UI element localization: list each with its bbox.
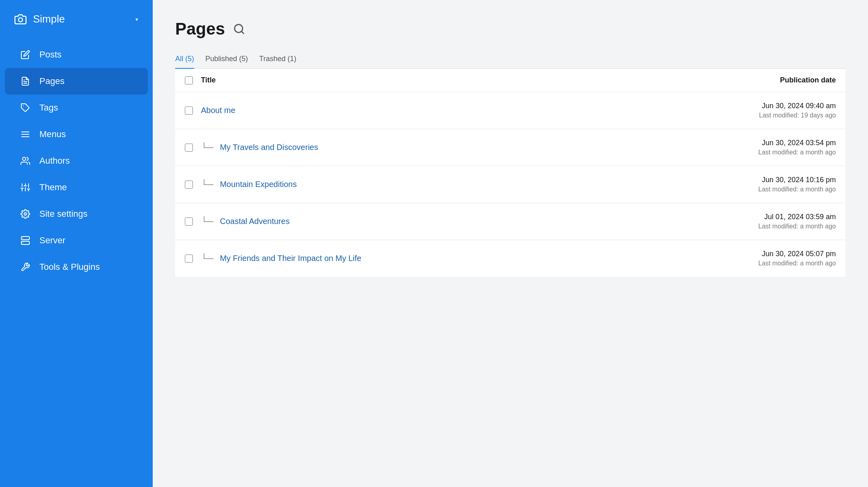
page-link-mountain[interactable]: Mountain Expeditions xyxy=(220,180,297,189)
sidebar-item-authors[interactable]: Authors xyxy=(5,148,148,174)
camera-icon xyxy=(14,13,27,25)
select-all-checkbox[interactable] xyxy=(185,76,193,84)
sidebar-header: Simple ▾ xyxy=(0,0,153,38)
sidebar-item-tools-plugins[interactable]: Tools & Plugins xyxy=(5,254,148,280)
row-title-col: About me xyxy=(201,106,723,115)
svg-point-17 xyxy=(24,213,27,215)
main-content-area: Pages All (5) Published (5) Trashed (1) … xyxy=(153,0,868,487)
svg-point-7 xyxy=(23,157,26,160)
row-title-col: └─ My Travels and Discoveries xyxy=(201,142,723,153)
tab-trashed[interactable]: Trashed (1) xyxy=(259,50,296,69)
sidebar-item-tools-plugins-label: Tools & Plugins xyxy=(39,262,100,272)
date-primary: Jul 01, 2024 03:59 am xyxy=(723,213,836,221)
page-link-friends[interactable]: My Friends and Their Impact on My Life xyxy=(220,254,361,263)
table-row: └─ My Travels and Discoveries Jun 30, 20… xyxy=(175,129,845,166)
table-row: About me Jun 30, 2024 09:40 am Last modi… xyxy=(175,92,845,129)
table-row: └─ Coastal Adventures Jul 01, 2024 03:59… xyxy=(175,203,845,240)
page-link-about-me[interactable]: About me xyxy=(201,106,235,115)
date-primary: Jun 30, 2024 10:16 pm xyxy=(723,176,836,184)
sidebar-navigation: Posts Pages Tag xyxy=(0,38,153,284)
server-icon xyxy=(19,236,31,245)
row-date-col: Jun 30, 2024 10:16 pm Last modified: a m… xyxy=(723,176,836,193)
svg-point-0 xyxy=(18,18,23,22)
sidebar-item-site-settings-label: Site settings xyxy=(39,209,88,219)
col-date-header: Publication date xyxy=(723,76,836,84)
table-header: Title Publication date xyxy=(175,69,845,92)
date-secondary: Last modified: 19 days ago xyxy=(723,112,836,119)
sidebar-item-server[interactable]: Server xyxy=(5,227,148,254)
row-checkbox[interactable] xyxy=(185,107,193,115)
row-title-col: └─ My Friends and Their Impact on My Lif… xyxy=(201,253,723,264)
sidebar-item-posts-label: Posts xyxy=(39,49,61,60)
sidebar-item-menus[interactable]: Menus xyxy=(5,121,148,148)
tab-published[interactable]: Published (5) xyxy=(205,50,248,69)
sidebar-item-theme-label: Theme xyxy=(39,182,67,193)
tag-icon xyxy=(19,103,31,113)
row-date-col: Jul 01, 2024 03:59 am Last modified: a m… xyxy=(723,213,836,230)
sidebar-header-left: Simple xyxy=(14,13,65,25)
svg-line-23 xyxy=(242,31,244,33)
table-row: └─ My Friends and Their Impact on My Lif… xyxy=(175,240,845,277)
date-secondary: Last modified: a month ago xyxy=(723,260,836,267)
date-secondary: Last modified: a month ago xyxy=(723,223,836,230)
date-primary: Jun 30, 2024 03:54 pm xyxy=(723,139,836,147)
page-link-coastal[interactable]: Coastal Adventures xyxy=(220,217,289,226)
sidebar-item-server-label: Server xyxy=(39,235,66,246)
page-title: Pages xyxy=(175,19,225,39)
people-icon xyxy=(19,156,31,166)
page-header: Pages xyxy=(175,19,845,39)
date-secondary: Last modified: a month ago xyxy=(723,186,836,193)
page-link-travels[interactable]: My Travels and Discoveries xyxy=(220,143,318,152)
row-title-col: └─ Mountain Expeditions xyxy=(201,179,723,190)
date-primary: Jun 30, 2024 05:07 pm xyxy=(723,250,836,258)
gear-icon xyxy=(19,209,31,219)
row-date-col: Jun 30, 2024 09:40 am Last modified: 19 … xyxy=(723,102,836,119)
date-secondary: Last modified: a month ago xyxy=(723,149,836,156)
pages-tabs: All (5) Published (5) Trashed (1) xyxy=(175,50,845,69)
row-checkbox[interactable] xyxy=(185,181,193,189)
app-title: Simple xyxy=(33,13,65,25)
indent-icon: └─ xyxy=(201,253,213,264)
sidebar-item-tags[interactable]: Tags xyxy=(5,95,148,121)
row-title-col: └─ Coastal Adventures xyxy=(201,216,723,227)
row-checkbox[interactable] xyxy=(185,144,193,152)
pages-table: Title Publication date About me Jun 30, … xyxy=(175,69,845,277)
sliders-icon xyxy=(19,183,31,192)
col-title-header: Title xyxy=(201,76,723,84)
sidebar-item-site-settings[interactable]: Site settings xyxy=(5,201,148,227)
row-checkbox[interactable] xyxy=(185,255,193,263)
indent-icon: └─ xyxy=(201,142,213,153)
indent-icon: └─ xyxy=(201,179,213,190)
row-checkbox[interactable] xyxy=(185,218,193,226)
sidebar-item-pages-label: Pages xyxy=(39,76,64,86)
sidebar: Simple ▾ Posts xyxy=(0,0,153,487)
row-date-col: Jun 30, 2024 05:07 pm Last modified: a m… xyxy=(723,250,836,267)
chevron-down-icon[interactable]: ▾ xyxy=(135,16,138,23)
indent-icon: └─ xyxy=(201,216,213,227)
wrench-icon xyxy=(19,262,31,272)
sidebar-item-authors-label: Authors xyxy=(39,156,70,166)
menu-icon xyxy=(19,129,31,139)
row-date-col: Jun 30, 2024 03:54 pm Last modified: a m… xyxy=(723,139,836,156)
sidebar-item-theme[interactable]: Theme xyxy=(5,174,148,201)
sidebar-item-pages[interactable]: Pages xyxy=(5,68,148,95)
sidebar-item-posts[interactable]: Posts xyxy=(5,41,148,68)
search-icon[interactable] xyxy=(233,23,245,35)
tab-all[interactable]: All (5) xyxy=(175,50,194,69)
date-primary: Jun 30, 2024 09:40 am xyxy=(723,102,836,110)
table-row: └─ Mountain Expeditions Jun 30, 2024 10:… xyxy=(175,166,845,203)
document-icon xyxy=(19,76,31,86)
main-content: Pages All (5) Published (5) Trashed (1) … xyxy=(153,0,868,487)
sidebar-item-tags-label: Tags xyxy=(39,103,58,113)
pencil-icon xyxy=(19,50,31,60)
sidebar-item-menus-label: Menus xyxy=(39,129,66,140)
